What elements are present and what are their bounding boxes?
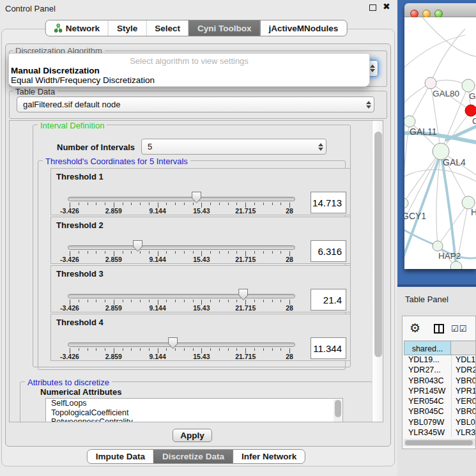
threshold-slider-track[interactable] xyxy=(68,342,295,347)
column-header-name[interactable]: na xyxy=(451,341,476,355)
network-node-green[interactable] xyxy=(404,116,415,127)
table-row[interactable]: YLR345WYLR3 xyxy=(404,428,476,438)
slider-tick xyxy=(280,348,281,351)
tab-style[interactable]: Style xyxy=(108,20,146,36)
slider-tick xyxy=(175,300,176,302)
table-row[interactable]: YPR145WYPR1 xyxy=(404,387,476,397)
list-scrollbar[interactable] xyxy=(334,399,342,422)
scrollbar-thumb[interactable] xyxy=(374,132,382,357)
slider-tick xyxy=(96,348,96,351)
popup-hint: Select algorithm to view settings xyxy=(9,56,369,66)
zoom-traffic-light[interactable] xyxy=(434,10,443,18)
slider-tick-label: 21.715 xyxy=(235,353,256,360)
gear-icon[interactable]: ⚙ xyxy=(410,321,420,335)
tab-label: Network xyxy=(66,24,100,33)
table-row[interactable]: YBL079WYBL0 xyxy=(404,418,476,428)
chevron-up-down-icon[interactable] xyxy=(364,101,374,109)
slider-tick-label: 28 xyxy=(286,304,293,312)
tab-select[interactable]: Select xyxy=(146,20,188,36)
tab-discretize-data[interactable]: Discretize Data xyxy=(153,450,233,463)
threshold-label: Threshold 3 xyxy=(56,269,104,279)
close-icon[interactable]: ✖ xyxy=(383,1,390,12)
slider-tick xyxy=(105,348,105,351)
attribute-item-topologicalcoefficient[interactable]: TopologicalCoefficient xyxy=(46,408,342,418)
slider-tick xyxy=(175,348,176,351)
algorithm-option-equal-width-frequency-discretization[interactable]: Equal Width/Frequency Discretization xyxy=(11,75,155,85)
network-node-green[interactable] xyxy=(462,79,475,92)
slider-tick xyxy=(228,251,229,254)
slider-tick xyxy=(228,203,229,205)
threshold-value-field[interactable]: 11.344 xyxy=(311,337,346,359)
slider-tick xyxy=(140,300,141,302)
network-node-red[interactable] xyxy=(465,105,476,116)
attribute-item-betweennesscentrality[interactable]: BetweennessCentrality xyxy=(46,417,342,422)
threshold-value-field[interactable]: 6.316 xyxy=(311,240,346,262)
attribute-item-selfloops[interactable]: SelfLoops xyxy=(46,399,342,408)
tab-impute-data[interactable]: Impute Data xyxy=(88,450,153,463)
columns-icon[interactable] xyxy=(434,324,444,334)
slider-tick xyxy=(272,300,273,302)
close-traffic-light[interactable] xyxy=(410,10,418,18)
slider-tick xyxy=(88,203,88,205)
slider-tick xyxy=(219,251,220,254)
slider-tick xyxy=(280,251,281,254)
tab-jactivemnodules[interactable]: jActiveMNodules xyxy=(260,20,347,36)
table-row[interactable]: YER054CYER0 xyxy=(404,397,476,407)
select-columns-icon[interactable]: ☑☑ xyxy=(451,324,467,334)
threshold-slider-handle[interactable] xyxy=(133,240,142,252)
float-window-icon[interactable] xyxy=(369,4,376,11)
top-tab-bar: NetworkStyleSelectCyni ToolboxjActiveMNo… xyxy=(45,20,348,36)
table-row[interactable]: YBR043CYBR0 xyxy=(404,376,476,387)
number-of-intervals-combo[interactable]: 5 xyxy=(141,139,326,155)
threshold-value-field[interactable]: 14.713 xyxy=(311,192,346,213)
table-row[interactable]: YDR27...YDR2 xyxy=(404,365,476,376)
table-data-combo[interactable]: galFiltered.sif default node xyxy=(17,96,374,112)
table-panel: ⚙ ☑☑ shared... na YDL19...YDL1YDR27...YD… xyxy=(402,316,476,449)
column-header-shared-name[interactable]: shared... xyxy=(404,341,451,355)
threshold-value-field[interactable]: 21.4 xyxy=(311,289,346,311)
slider-tick xyxy=(79,251,79,254)
slider-tick xyxy=(184,300,185,302)
slider-tick xyxy=(210,300,211,302)
table-row[interactable]: YBR045CYBR0 xyxy=(404,407,476,417)
network-view-window: GAL80GACGAL11GAL4GCY1HHAP2 xyxy=(404,3,476,269)
window-titlebar[interactable] xyxy=(404,3,476,17)
minimize-traffic-light[interactable] xyxy=(422,10,431,18)
horizontal-scrollbar[interactable] xyxy=(404,439,475,446)
apply-button[interactable]: Apply xyxy=(173,429,212,442)
threshold-slider-track[interactable] xyxy=(68,294,295,298)
scrollbar-track[interactable] xyxy=(372,121,383,422)
network-node-green[interactable] xyxy=(404,198,408,208)
network-canvas[interactable]: GAL80GACGAL11GAL4GCY1HHAP2 xyxy=(404,17,476,269)
slider-tick xyxy=(175,203,176,205)
threshold-slider-track[interactable] xyxy=(68,245,295,250)
slider-tick xyxy=(193,300,194,302)
chevron-up-down-icon[interactable] xyxy=(316,143,326,151)
algorithm-option-manual-discretization[interactable]: Manual Discretization xyxy=(11,66,100,75)
threshold-slider-handle[interactable] xyxy=(192,192,201,203)
threshold-panel-2: Threshold 2-3.4262.8599.14415.4321.71528… xyxy=(50,217,351,264)
network-node-green[interactable] xyxy=(433,241,443,251)
table-row[interactable]: YDL19...YDL1 xyxy=(404,355,476,365)
number-of-intervals-value: 5 xyxy=(142,142,316,151)
slider-tick xyxy=(236,203,237,205)
slider-tick-label: -3.426 xyxy=(60,207,79,215)
horizontal-scrollbar-thumb[interactable] xyxy=(405,440,473,445)
slider-tick-label: 2.859 xyxy=(105,353,122,360)
slider-tick-label: 15.43 xyxy=(193,207,210,215)
tab-infer-network[interactable]: Infer Network xyxy=(233,450,305,463)
tab-label: Cyni Toolbox xyxy=(197,24,252,33)
tab-cyni-toolbox[interactable]: Cyni Toolbox xyxy=(188,20,260,36)
slider-tick xyxy=(149,348,150,351)
numerical-attributes-list[interactable]: SelfLoopsTopologicalCoefficientBetweenne… xyxy=(45,398,343,422)
slider-tick xyxy=(236,348,237,351)
table-panel-title: Table Panel xyxy=(405,295,449,304)
network-node-pink[interactable] xyxy=(425,77,436,89)
tab-network[interactable]: Network xyxy=(46,20,108,36)
list-scrollbar-thumb[interactable] xyxy=(335,400,341,417)
threshold-slider-track[interactable] xyxy=(68,197,295,201)
slider-tick xyxy=(79,300,79,302)
table-header-row: shared... na xyxy=(404,341,476,355)
threshold-slider-handle[interactable] xyxy=(168,337,178,349)
threshold-slider-handle[interactable] xyxy=(238,289,248,300)
